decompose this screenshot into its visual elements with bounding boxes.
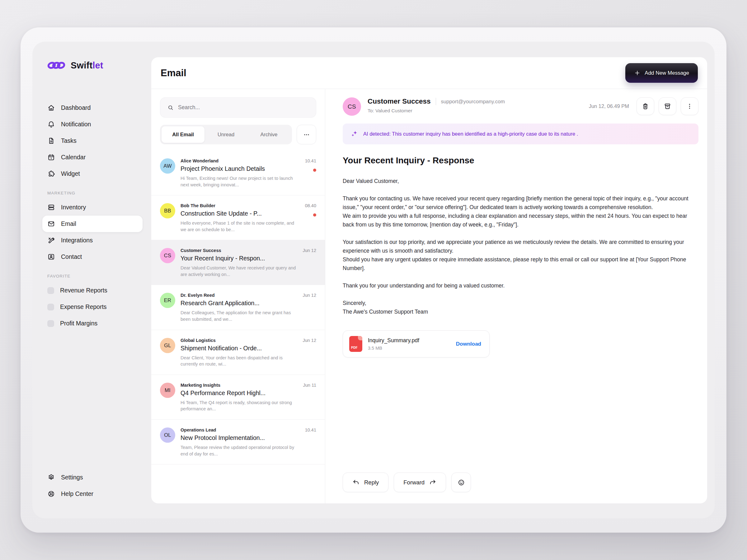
sidebar-item-inventory[interactable]: Inventory [42,199,143,216]
list-item-email[interactable]: ER Dr. Evelyn Reed Research Grant Applic… [151,285,325,330]
email-actions: Reply Forward [343,473,698,492]
lifebuoy-icon [47,490,55,498]
sidebar-item-widget[interactable]: Widget [42,165,143,182]
avatar: MI [160,383,175,398]
email-sender: Alice Wonderland [181,158,300,163]
email-time: Jun 12 [303,338,316,343]
tab-unread[interactable]: Unread [205,126,248,143]
email-preview: Team, Please review the updated operatio… [181,444,300,457]
search-input[interactable] [178,104,309,111]
email-paragraph: Your satisfaction is our top priority, a… [343,238,698,272]
brand-name: Swiftlet [71,60,103,71]
favorite-swatch-icon [47,287,54,294]
sidebar-item-profit-margins[interactable]: Profit Margins [42,315,143,331]
delete-button[interactable] [637,97,654,115]
house-icon [47,104,55,112]
avatar: BB [160,203,175,218]
sidebar-item-label: Help Center [61,490,93,498]
email-preview: Dear Colleagues, The application for the… [181,310,297,322]
sidebar-item-help-center[interactable]: Help Center [42,486,143,502]
sidebar-item-integrations[interactable]: Integrations [42,232,143,248]
email-subject: Q4 Performance Report Highl... [181,390,298,397]
email-body: Dear Valued Customer, Thank you for cont… [343,168,698,316]
sidebar-item-label: Settings [61,474,83,481]
sidebar-item-calendar[interactable]: Calendar [42,149,143,165]
email-subject: Project Phoenix Launch Details [181,165,300,172]
list-item-email[interactable]: AW Alice Wonderland Project Phoenix Laun… [151,151,325,195]
email-list-pane: All Email Unread Archive AW [151,89,325,503]
brand-logo: Swiftlet [47,60,137,71]
list-item-email[interactable]: MI Marketing Insights Q4 Performance Rep… [151,375,325,420]
tab-all-email[interactable]: All Email [161,126,205,143]
add-new-message-button[interactable]: Add New Message [625,63,698,83]
sidebar-item-settings[interactable]: Settings [42,469,143,486]
plus-icon [634,70,641,76]
page-title: Email [161,68,186,79]
sidebar-item-label: Profit Margins [60,320,97,327]
emoji-button[interactable] [451,473,471,492]
reply-arrow-icon [352,479,360,486]
email-list: AW Alice Wonderland Project Phoenix Laun… [151,151,325,503]
ai-banner-text: AI detected: This customer inquiry has b… [363,131,578,137]
attachment-size: 3.5 MB [368,346,450,351]
inventory-icon [47,204,55,211]
email-subject: Research Grant Application... [181,300,297,307]
calendar-icon [47,153,55,161]
search-box[interactable] [160,97,316,117]
swiftlet-logo-icon [47,60,67,71]
email-preview: Dear Valued Customer, We have received y… [181,265,297,277]
sidebar-item-label: Inventory [61,204,86,211]
gear-icon [47,474,55,481]
email-sender: Operations Lead [181,427,300,432]
sidebar-item-email[interactable]: Email [42,216,143,232]
pdf-file-icon: PDF [349,336,362,352]
avatar: ER [160,293,175,308]
avatar: OL [160,427,175,443]
more-options-button[interactable] [681,97,698,115]
list-item-email[interactable]: BB Bob The Builder Construction Site Upd… [151,195,325,240]
list-item-email[interactable]: OL Operations Lead New Protocol Implemen… [151,420,325,464]
sidebar-item-dashboard[interactable]: Dashboard [42,100,143,116]
avatar: CS [343,97,361,116]
favorite-swatch-icon [47,320,54,327]
sidebar-footer: Settings Help Center [47,469,137,502]
forward-arrow-icon [429,479,436,486]
email-sender: Global Logistics [181,338,297,343]
list-item-email[interactable]: GL Global Logistics Shipment Notificatio… [151,330,325,375]
sidebar-item-notification[interactable]: Notification [42,116,143,133]
avatar: CS [160,248,175,263]
sidebar-section-marketing: MARKETING [47,191,137,195]
forward-label: Forward [403,479,424,486]
mail-icon [47,220,55,228]
ellipsis-icon [303,131,310,138]
email-date: Jun 12, 06.49 PM [589,103,629,109]
list-item-email-selected[interactable]: CS Customer Success Your Recent Inquiry … [151,240,325,285]
attachment-card[interactable]: PDF Inquiry_Summary.pdf 3.5 MB Download [343,330,490,357]
download-link[interactable]: Download [456,341,481,347]
email-detail-pane: CS Customer Success support@yourcompany.… [325,89,707,503]
email-paragraph: Thank you for your understanding and for… [343,281,698,290]
ai-detected-banner: AI detected: This customer inquiry has b… [343,124,698,144]
email-preview: Hello everyone, Phase 1 of the site is n… [181,220,300,233]
reply-button[interactable]: Reply [343,473,388,492]
archive-button[interactable] [659,97,676,115]
trash-icon [642,102,649,110]
forward-button[interactable]: Forward [394,473,446,492]
email-paragraph: Dear Valued Customer, [343,177,698,185]
pdf-badge: PDF [351,346,358,349]
sidebar-item-contact[interactable]: Contact [42,248,143,265]
sidebar-item-tasks[interactable]: Tasks [42,133,143,149]
email-detail-header: CS Customer Success support@yourcompany.… [343,97,698,116]
email-sender: Dr. Evelyn Reed [181,293,297,298]
sidebar-item-label: Tasks [61,137,77,144]
page-header: Email Add New Message [151,57,707,89]
email-subject: Your Recent Inquiry - Respon... [181,255,297,262]
page-background: Swiftlet Dashboard Notification Tasks Ca… [0,0,747,560]
sidebar-item-expense-reports[interactable]: Expense Reports [42,299,143,315]
ai-sparkle-icon [351,130,359,138]
sidebar-item-revenue-reports[interactable]: Revenue Reports [42,282,143,299]
more-filters-button[interactable] [297,125,316,144]
tab-archive[interactable]: Archive [248,126,290,143]
bell-icon [47,121,55,128]
archive-icon [664,102,671,110]
